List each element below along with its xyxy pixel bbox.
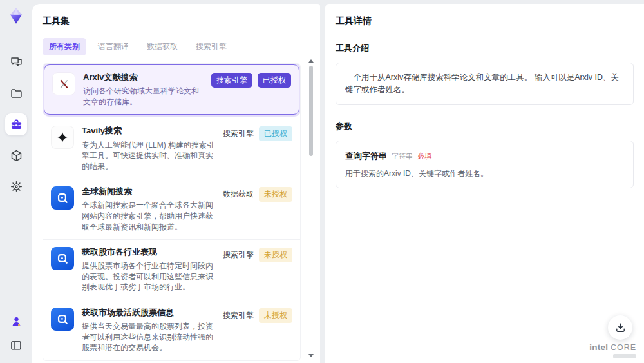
tool-body: 获取市场最活跃股票信息 提供当天交易量最高的股票列表，投资者可以利用这些信息来识… bbox=[82, 308, 215, 353]
settings-icon[interactable] bbox=[5, 175, 27, 197]
intro-heading: 工具介绍 bbox=[336, 43, 634, 54]
tool-card[interactable]: 获取市场最活跃股票信息 提供当天交易量最高的股票列表，投资者可以利用这些信息来识… bbox=[43, 300, 300, 361]
intel-core-logo: intel CORE bbox=[589, 342, 636, 352]
scrollbar-thumb[interactable] bbox=[309, 66, 313, 156]
tool-tags: 搜索引擎 未授权 bbox=[223, 248, 292, 262]
tool-detail-panel: 工具详情 工具介绍 一个用于从Arxiv存储库搜索科学论文和文章的工具。 输入可… bbox=[325, 4, 644, 363]
tool-name: Arxiv文献搜索 bbox=[83, 72, 204, 83]
tool-description: 访问各个研究领域大量科学论文和文章的存储库。 bbox=[83, 86, 204, 107]
panel-toggle-icon[interactable] bbox=[5, 335, 27, 357]
brand-intel: intel bbox=[589, 342, 608, 352]
tab-search-engine[interactable]: 搜索引擎 bbox=[189, 38, 233, 55]
param-header: 查询字符串字符串必填 bbox=[345, 150, 624, 162]
left-rail bbox=[0, 0, 32, 363]
tool-category-tag: 搜索引擎 bbox=[211, 73, 252, 88]
chat-icon[interactable] bbox=[5, 52, 27, 74]
tool-name: 获取股市各行业表现 bbox=[82, 247, 215, 257]
tool-tags: 搜索引擎 已授权 bbox=[211, 73, 291, 88]
tool-auth-badge: 未授权 bbox=[259, 308, 292, 323]
tool-name: 获取市场最活跃股票信息 bbox=[82, 308, 215, 318]
tool-category-tag: 搜索引擎 bbox=[223, 250, 254, 260]
param-name: 查询字符串 bbox=[345, 151, 387, 161]
tool-description: 提供当天交易量最高的股票列表，投资者可以利用这些信息来识别流动性强的股票和潜在的… bbox=[82, 321, 215, 353]
tool-body: 获取股市各行业表现 提供股票市场各个行业在特定时间段内的表现。投资者可以利用这些… bbox=[82, 247, 215, 293]
param-box: 查询字符串字符串必填 用于搜索的Arxiv ID、关键字或作者姓名。 bbox=[336, 141, 634, 189]
blue-search-icon bbox=[51, 186, 74, 210]
tool-tags: 搜索引擎 已授权 bbox=[223, 126, 292, 141]
tool-tags: 数据获取 未授权 bbox=[223, 187, 292, 202]
param-type: 字符串 bbox=[392, 152, 413, 160]
page-title: 工具集 bbox=[43, 13, 310, 27]
tool-card[interactable]: Tavily搜索 专为人工智能代理 (LLM) 构建的搜索引擎工具。可快速提供实… bbox=[43, 119, 300, 179]
tool-category-tag: 数据获取 bbox=[223, 189, 254, 200]
intro-text: 一个用于从Arxiv存储库搜索科学论文和文章的工具。 输入可以是Arxiv ID… bbox=[345, 73, 619, 94]
params-heading: 参数 bbox=[336, 121, 634, 132]
tab-all-categories[interactable]: 所有类别 bbox=[43, 38, 86, 55]
tool-body: Tavily搜索 专为人工智能代理 (LLM) 构建的搜索引擎工具。可快速提供实… bbox=[82, 126, 215, 172]
tool-tags: 搜索引擎 未授权 bbox=[223, 308, 292, 323]
sparkle-icon bbox=[51, 126, 74, 149]
param-required-badge: 必填 bbox=[417, 152, 431, 160]
tool-card[interactable]: Arxiv文献搜索 访问各个研究领域大量科学论文和文章的存储库。 搜索引擎 已授… bbox=[44, 64, 299, 115]
tool-auth-badge: 未授权 bbox=[259, 248, 292, 262]
tool-body: 全球新闻搜索 全球新闻搜索是一个聚合全球各大新闻网站内容的搜索引擎，帮助用户快速… bbox=[82, 186, 215, 232]
tool-description: 全球新闻搜索是一个聚合全球各大新闻网站内容的搜索引擎，帮助用户快速获取全球最新资… bbox=[82, 200, 215, 232]
scroll-up-arrow-icon[interactable] bbox=[308, 59, 314, 63]
tool-description: 专为人工智能代理 (LLM) 构建的搜索引擎工具。可快速提供实时、准确和真实的结… bbox=[82, 140, 215, 172]
tool-category-tag: 搜索引擎 bbox=[223, 128, 254, 139]
rail-nav bbox=[5, 52, 27, 197]
tool-list: Arxiv文献搜索 访问各个研究领域大量科学论文和文章的存储库。 搜索引擎 已授… bbox=[43, 63, 301, 361]
scrollbar bbox=[308, 59, 314, 357]
download-button[interactable] bbox=[608, 315, 632, 340]
category-tabs: 所有类别 语言翻译 数据获取 搜索引擎 bbox=[43, 38, 310, 55]
tool-card[interactable]: 获取股市各行业表现 提供股票市场各个行业在特定时间段内的表现。投资者可以利用这些… bbox=[43, 240, 300, 300]
intro-box: 一个用于从Arxiv存储库搜索科学论文和文章的工具。 输入可以是Arxiv ID… bbox=[336, 63, 634, 105]
tool-description: 提供股票市场各个行业在特定时间段内的表现。投资者可以利用这些信息来识别表现优于或… bbox=[82, 260, 215, 293]
tool-list-panel: 工具集 所有类别 语言翻译 数据获取 搜索引擎 Arxiv文献搜索 访问各个研究… bbox=[32, 4, 320, 363]
toolbox-icon[interactable] bbox=[5, 113, 27, 135]
detail-title: 工具详情 bbox=[336, 13, 634, 27]
download-icon bbox=[614, 322, 627, 334]
tool-body: Arxiv文献搜索 访问各个研究领域大量科学论文和文章的存储库。 bbox=[83, 72, 204, 107]
param-description: 用于搜索的Arxiv ID、关键字或作者姓名。 bbox=[345, 168, 624, 179]
crystal-logo-icon[interactable] bbox=[5, 5, 27, 27]
arxiv-logo-icon bbox=[52, 72, 75, 95]
folder-icon[interactable] bbox=[5, 83, 27, 104]
user-icon[interactable] bbox=[5, 310, 27, 332]
scroll-down-arrow-icon[interactable] bbox=[308, 354, 314, 357]
tool-name: Tavily搜索 bbox=[82, 126, 215, 136]
brand-core: CORE bbox=[611, 343, 636, 352]
tab-data-fetch[interactable]: 数据获取 bbox=[140, 38, 184, 55]
tab-language-translation[interactable]: 语言翻译 bbox=[91, 38, 135, 55]
tool-name: 全球新闻搜索 bbox=[82, 186, 215, 197]
package-icon[interactable] bbox=[5, 144, 27, 166]
tool-category-tag: 搜索引擎 bbox=[223, 310, 254, 321]
rail-bottom bbox=[5, 310, 27, 363]
blue-search-icon bbox=[51, 247, 74, 270]
tool-card[interactable]: 全球新闻搜索 全球新闻搜索是一个聚合全球各大新闻网站内容的搜索引擎，帮助用户快速… bbox=[43, 179, 300, 240]
tool-auth-badge: 未授权 bbox=[259, 187, 292, 202]
tool-auth-badge: 已授权 bbox=[258, 73, 291, 88]
brand-sub-badge bbox=[613, 354, 636, 358]
tool-auth-badge: 已授权 bbox=[259, 126, 292, 141]
blue-search-icon bbox=[51, 308, 74, 331]
